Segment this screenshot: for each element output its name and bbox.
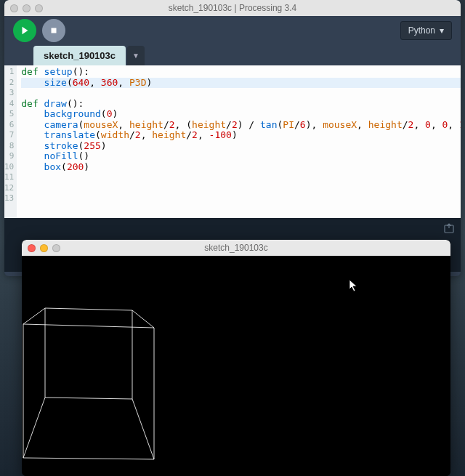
- code-line[interactable]: def setup():: [21, 67, 461, 78]
- maximize-icon[interactable]: [35, 4, 43, 12]
- code-line[interactable]: camera(mouseX, height/2, (height/2) / ta…: [21, 120, 461, 131]
- code-line[interactable]: noFill(): [21, 151, 461, 162]
- code-line[interactable]: translate(width/2, height/2, -100): [21, 130, 461, 141]
- tab-label: sketch_190103c: [44, 50, 116, 61]
- close-icon[interactable]: [28, 244, 36, 252]
- mode-label: Python: [408, 25, 435, 36]
- line-number: 2: [4, 78, 14, 89]
- toolbar-left-group: [13, 19, 65, 42]
- line-number: 4: [4, 99, 14, 110]
- code-line[interactable]: [21, 172, 461, 183]
- stop-icon: [49, 25, 59, 36]
- line-number: 9: [4, 151, 14, 162]
- output-title: sketch_190103c: [22, 243, 450, 253]
- line-number: 8: [4, 141, 14, 152]
- line-number: 7: [4, 130, 14, 141]
- svg-line-6: [132, 399, 154, 459]
- line-gutter: 12345678910111213: [4, 65, 17, 218]
- code-line[interactable]: size(640, 360, P3D): [21, 78, 461, 89]
- tab-menu-button[interactable]: ▼: [127, 46, 145, 65]
- tab-sketch[interactable]: sketch_190103c: [33, 46, 126, 65]
- maximize-icon[interactable]: [52, 244, 60, 252]
- export-icon[interactable]: [443, 222, 455, 234]
- line-number: 10: [4, 162, 14, 173]
- line-number: 3: [4, 88, 14, 99]
- line-number: 1: [4, 67, 14, 78]
- output-canvas: [22, 256, 450, 476]
- editor-window: sketch_190103c | Processing 3.4 Python ▾…: [4, 0, 461, 276]
- tab-bar: sketch_190103c ▼: [4, 45, 461, 65]
- editor-titlebar[interactable]: sketch_190103c | Processing 3.4: [4, 0, 461, 16]
- line-number: 6: [4, 120, 14, 131]
- output-titlebar[interactable]: sketch_190103c: [22, 240, 450, 256]
- code-line[interactable]: [21, 88, 461, 99]
- traffic-lights: [28, 244, 60, 252]
- code-content[interactable]: def setup(): size(640, 360, P3D)def draw…: [17, 65, 461, 218]
- code-editor[interactable]: 12345678910111213 def setup(): size(640,…: [4, 65, 461, 218]
- svg-marker-3: [45, 308, 132, 399]
- run-button[interactable]: [13, 19, 36, 42]
- svg-line-5: [132, 310, 154, 328]
- svg-marker-2: [23, 324, 154, 459]
- line-number: 5: [4, 109, 14, 120]
- line-number: 13: [4, 193, 14, 204]
- line-number: 12: [4, 183, 14, 194]
- code-line[interactable]: box(200): [21, 162, 461, 173]
- minimize-icon[interactable]: [40, 244, 48, 252]
- code-line[interactable]: [21, 183, 461, 194]
- wireframe-cube: [22, 256, 450, 476]
- code-line[interactable]: def draw():: [21, 99, 461, 110]
- stop-button[interactable]: [42, 19, 65, 42]
- code-line[interactable]: [21, 193, 461, 204]
- traffic-lights: [10, 4, 43, 12]
- play-icon: [20, 25, 30, 36]
- window-title: sketch_190103c | Processing 3.4: [4, 3, 461, 13]
- chevron-down-icon: ▾: [440, 25, 444, 36]
- cursor-icon: [349, 279, 359, 292]
- svg-rect-0: [52, 28, 57, 33]
- svg-line-4: [23, 308, 45, 324]
- code-line[interactable]: stroke(255): [21, 141, 461, 152]
- line-number: 11: [4, 172, 14, 183]
- chevron-down-icon: ▼: [132, 52, 140, 60]
- close-icon[interactable]: [10, 4, 18, 12]
- svg-line-7: [23, 398, 45, 458]
- code-line[interactable]: background(0): [21, 109, 461, 120]
- minimize-icon[interactable]: [23, 4, 31, 12]
- mode-selector[interactable]: Python ▾: [400, 21, 452, 40]
- toolbar: Python ▾: [4, 16, 461, 45]
- output-window: sketch_190103c: [22, 240, 450, 476]
